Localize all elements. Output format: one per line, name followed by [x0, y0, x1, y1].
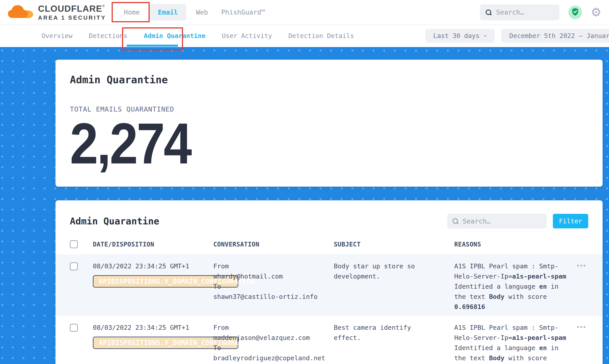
- table-header-row: DATE/DISPOSITION CONVERSATION SUBJECT RE…: [70, 234, 588, 254]
- global-search[interactable]: [480, 4, 559, 20]
- nav-item-home[interactable]: Home: [117, 8, 146, 16]
- active-tab-underline: [127, 45, 178, 47]
- settings-gear-icon[interactable]: ⚙: [591, 6, 601, 18]
- chevron-down-icon: ▾: [484, 33, 487, 39]
- col-header-subject: SUBJECT: [334, 241, 454, 248]
- table-card-title: Admin Quarantine: [70, 216, 159, 227]
- col-header-conversation: CONVERSATION: [213, 241, 334, 248]
- tab-detections[interactable]: Detections: [89, 32, 128, 39]
- row-checkbox[interactable]: [70, 324, 78, 332]
- tab-user-activity[interactable]: User Activity: [222, 32, 272, 39]
- tab-overview[interactable]: Overview: [41, 32, 72, 39]
- tab-detection-details[interactable]: Detection Details: [288, 32, 354, 39]
- date-range-picker[interactable]: December 5th 2022 — January 4th 2023: [501, 29, 609, 43]
- brand-trademark: ®: [102, 4, 105, 8]
- row-date: 08/03/2022 23:34:25 GMT+1: [93, 323, 213, 333]
- row-date: 08/03/2022 23:34:25 GMT+1: [93, 261, 213, 271]
- col-header-date: DATE/DISPOSITION: [93, 241, 213, 248]
- primary-nav: Home Email Web PhishGuard™: [117, 4, 272, 21]
- filter-button[interactable]: Filter: [553, 214, 588, 228]
- brand-name: CLOUDFLARE®: [38, 4, 106, 13]
- total-emails-value: 2,274: [70, 116, 526, 171]
- from-address[interactable]: maddenjason@velazquez.com: [213, 333, 334, 343]
- row-checkbox[interactable]: [70, 262, 78, 270]
- email-subnav: Overview Detections Admin Quarantine Use…: [0, 25, 609, 47]
- row-conversation: From whardy@hotmail.com To shawn37@casti…: [213, 261, 334, 302]
- table-search[interactable]: [447, 214, 547, 229]
- col-header-reasons: REASONS: [454, 241, 568, 248]
- row-conversation: From maddenjason@velazquez.com To bradle…: [213, 323, 334, 363]
- row-reasons: A1S IPBL Pearl spam : Smtp-Helo-Server-I…: [454, 323, 568, 364]
- global-search-input[interactable]: [496, 8, 554, 16]
- row-actions-menu-icon[interactable]: [577, 265, 588, 267]
- top-header: CLOUDFLARE® AREA 1 SECURITY Home Email W…: [0, 0, 609, 25]
- nav-item-phishguard[interactable]: PhishGuard™: [215, 8, 272, 16]
- row-actions-menu-icon[interactable]: [577, 326, 588, 328]
- cloudflare-cloud-icon: [8, 4, 34, 21]
- row-subject: Best camera identify effect.: [334, 323, 454, 343]
- cloudflare-logo[interactable]: CLOUDFLARE® AREA 1 SECURITY: [8, 4, 106, 21]
- to-address[interactable]: shawn37@castillo-ortiz.info: [213, 292, 334, 302]
- nav-item-email[interactable]: Email: [149, 4, 186, 21]
- main-content: Admin Quarantine TOTAL EMAILS QUARANTINE…: [0, 47, 609, 364]
- quarantine-stats-card: Admin Quarantine TOTAL EMAILS QUARANTINE…: [55, 60, 603, 187]
- brand-subtitle: AREA 1 SECURITY: [38, 15, 106, 21]
- row-reasons: A1S IPBL Pearl spam : Smtp-Helo-Server-I…: [454, 261, 568, 312]
- shield-check-icon: [571, 7, 579, 17]
- table-row: 08/03/2022 23:34:25 GMT+1 APIDISPOSITION…: [55, 316, 603, 364]
- to-address[interactable]: bradleyrodriguez@copeland.net: [213, 353, 334, 363]
- search-icon: [486, 9, 491, 15]
- nav-item-web[interactable]: Web: [189, 8, 215, 16]
- select-all-checkbox[interactable]: [70, 240, 78, 248]
- time-range-dropdown[interactable]: Last 30 days ▾: [425, 29, 495, 43]
- row-subject: Body star up store so development.: [334, 261, 454, 281]
- from-address[interactable]: whardy@hotmail.com: [213, 271, 334, 281]
- tab-admin-quarantine[interactable]: Admin Quarantine: [144, 32, 205, 39]
- stats-card-title: Admin Quarantine: [70, 74, 588, 86]
- table-row: 08/03/2022 23:34:25 GMT+1 APIDISPOSITION…: [55, 254, 603, 316]
- table-search-input[interactable]: [463, 217, 541, 225]
- security-status-badge[interactable]: [568, 6, 582, 19]
- search-icon: [452, 218, 458, 224]
- quarantine-table-card: Admin Quarantine Filter DATE/DISPOSITION…: [55, 200, 603, 364]
